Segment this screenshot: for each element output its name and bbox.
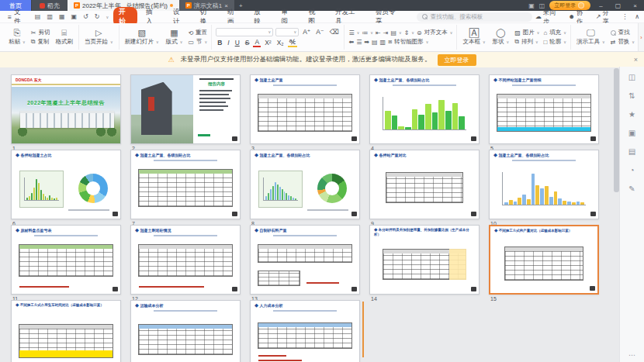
increase-font-icon[interactable]: A⁺: [301, 28, 312, 36]
slide-cell: ◆ 各拌站产量对比 9: [369, 150, 480, 225]
print-icon[interactable]: ▦: [57, 13, 67, 20]
find-icon: [611, 30, 616, 36]
highlight-button[interactable]: ℀: [288, 38, 298, 47]
numbered-list-icon[interactable]: ≔: [362, 29, 368, 36]
superscript-button[interactable]: X²: [263, 39, 273, 47]
reset-button[interactable]: ⟲重置: [188, 29, 207, 36]
copy-button[interactable]: ⧉复制: [31, 38, 50, 46]
slide-thumbnail-6[interactable]: ◆ 各拌站混凝土占比: [11, 150, 121, 219]
line-spacing-icon[interactable]: ⇕: [404, 29, 410, 36]
play-from-current-button[interactable]: ▷ 当页开始∨: [83, 29, 115, 46]
plant-photo: [131, 75, 193, 143]
cut-button[interactable]: ✂剪切: [31, 29, 50, 36]
bar-chart: [258, 171, 303, 208]
slide-thumbnail-14[interactable]: ◆ 各分站拌料及外加剂使用量、外加剂掺量比例（生产成本分析）: [369, 225, 480, 295]
slide-thumbnail-17[interactable]: ◆ 运输成本分析: [130, 300, 241, 362]
outdent-icon[interactable]: ⇤: [376, 29, 381, 36]
copy-icon: ⧉: [31, 38, 36, 46]
bold-button[interactable]: B: [216, 39, 223, 47]
timer-icon[interactable]: ◔: [629, 166, 634, 174]
strikethrough-button[interactable]: S: [244, 39, 251, 47]
search-input[interactable]: 查找功能、搜索模板: [417, 12, 532, 22]
redo-icon[interactable]: ↻: [93, 13, 102, 20]
slide-thumbnail-13[interactable]: ◆ 自制砂石料产量: [250, 225, 360, 295]
dismiss-notification-icon[interactable]: ×: [634, 56, 638, 64]
rail-more-icon[interactable]: ⋯: [628, 351, 635, 359]
slide-cell: ◆ 各拌站混凝土占比 6: [11, 150, 121, 225]
slide-thumbnail-9[interactable]: ◆ 各拌站产量对比: [369, 150, 480, 219]
smart-beautify-icon[interactable]: ★: [628, 110, 635, 119]
reset-icon: ⟲: [188, 29, 193, 36]
present-tools-button[interactable]: 🖵 演示工具∨: [575, 29, 607, 46]
slide-thumbnail-7[interactable]: ◆ 混凝土总产量、各级别砼占比: [130, 150, 241, 219]
slide-thumbnail-12[interactable]: ◆ 混凝土剩退砼情况: [130, 225, 241, 295]
decrease-font-icon[interactable]: A⁻: [314, 28, 325, 36]
design-panel-icon[interactable]: ◫: [628, 73, 635, 81]
adjust-sliders-icon[interactable]: ⇅: [628, 91, 635, 100]
bullet-list-icon[interactable]: ☰: [348, 29, 354, 36]
textbox-button[interactable]: 🄰 文本框∨: [461, 29, 486, 46]
font-size-select[interactable]: ∨: [275, 28, 299, 36]
save-icon[interactable]: ▤: [33, 13, 43, 20]
text-direction-icon[interactable]: ▤: [390, 29, 396, 36]
collapse-ribbon-icon[interactable]: ∧: [635, 13, 639, 20]
slide-thumbnail-2[interactable]: 报告内容: [130, 74, 241, 144]
slide-thumbnail-11[interactable]: ◆ 原材料盘点盈亏表: [11, 225, 121, 295]
login-now-button[interactable]: 立即登录: [438, 54, 476, 66]
slide-thumbnail-5[interactable]: ◆ 不同拌站混凝土产量明细: [489, 74, 599, 144]
picture-button[interactable]: ▨图片∨: [514, 29, 539, 36]
annotate-icon[interactable]: ✎: [628, 184, 635, 193]
new-slide-button[interactable]: ▧ 新建幻灯片∨: [123, 29, 161, 46]
replace-button[interactable]: ⇄替换∨: [611, 38, 635, 46]
shape-button[interactable]: ◯ 形状∨: [491, 29, 511, 46]
docer-tab[interactable]: 稻壳: [32, 0, 68, 11]
fill-button[interactable]: ⌂填充∨: [543, 29, 566, 36]
slide-thumbnail-8[interactable]: ◆ 混凝土总产量、各级别砼占比: [250, 150, 360, 219]
scrollbar-thumb[interactable]: [614, 68, 619, 192]
outline-button[interactable]: □轮廓∨: [543, 38, 566, 46]
align-center-icon[interactable]: ☰: [356, 39, 362, 46]
section-icon: ▭: [188, 39, 194, 46]
undo-icon[interactable]: ↺: [81, 13, 90, 20]
slide-thumbnail-18[interactable]: ◆ 人力成本分析: [250, 300, 360, 362]
format-painter-button[interactable]: ⌸ 格式刷: [54, 29, 74, 46]
font-family-select[interactable]: ∨: [216, 28, 273, 36]
slide-thumbnail-10[interactable]: ◆ 混凝土总产量、各级别砼占比: [489, 150, 599, 219]
cut-icon: ✂: [31, 29, 36, 36]
customize-caret-icon[interactable]: ∨: [104, 15, 110, 19]
output-icon[interactable]: ▥: [45, 13, 54, 20]
to-smartart-button[interactable]: ⧈转智能图形∨: [388, 38, 428, 46]
font-color-button[interactable]: A: [253, 38, 261, 47]
more-menu-icon[interactable]: ⋮: [621, 13, 628, 20]
justify-icon[interactable]: ▤: [372, 39, 378, 46]
slide-thumbnail-3[interactable]: ◆ 混凝土总产量: [250, 74, 360, 144]
media-edit-icon[interactable]: ▤: [628, 147, 635, 156]
distribute-icon[interactable]: ▥: [380, 39, 386, 46]
section-button[interactable]: ▭节∨: [188, 38, 207, 46]
slide-cell: ◆ 混凝土总产量、各级别砼占比 7: [130, 150, 241, 225]
donut-chart: [78, 174, 108, 203]
arrange-button[interactable]: ⧉排列∨: [514, 38, 539, 46]
layers-panel-icon[interactable]: ▣: [628, 129, 635, 137]
align-right-icon[interactable]: ➡: [364, 39, 369, 46]
ribbon-expand-strip[interactable]: ›: [638, 23, 644, 51]
slide-thumbnail-15-selected[interactable]: ◆ 不同施工方式的产量对比（运输成本影响因素）: [489, 225, 599, 295]
clear-format-icon[interactable]: ⌫: [327, 28, 340, 36]
layout-button[interactable]: ▦ 版式∨: [164, 29, 185, 46]
cover-photo: 2022年混凝土上半年总结报告: [12, 87, 120, 143]
indent-icon[interactable]: ⇥: [383, 29, 389, 36]
align-text-button[interactable]: ⊜对齐文本∨: [417, 29, 452, 36]
preview-icon[interactable]: ▣: [70, 13, 79, 20]
slide-thumbnail-4[interactable]: ◆ 混凝土总产量、各级别砼占比: [369, 74, 480, 144]
slide-thumbnail-16[interactable]: ◆ 不同施工方式占用泵车时间对比（运输成本影响因素）: [11, 300, 121, 362]
window-layout-icon[interactable]: ▣: [528, 2, 535, 9]
italic-button[interactable]: I: [226, 39, 230, 47]
login-notification-bar: ⚠ 未登录用户仅支持使用部分基础编辑功能。建议登录使用，激活更多编辑功能及服务。…: [0, 52, 644, 67]
paste-button[interactable]: ⎘ 粘贴∨: [7, 29, 27, 46]
vertical-scrollbar[interactable]: [614, 67, 619, 362]
subscript-button[interactable]: X₂: [275, 39, 286, 47]
find-button[interactable]: 查找: [611, 29, 635, 36]
align-left-icon[interactable]: ⬅: [348, 39, 354, 46]
slide-thumbnail-1[interactable]: DONGDA 东大 2022年混凝土上半年总结报告: [11, 74, 121, 144]
underline-button[interactable]: U: [234, 39, 241, 47]
